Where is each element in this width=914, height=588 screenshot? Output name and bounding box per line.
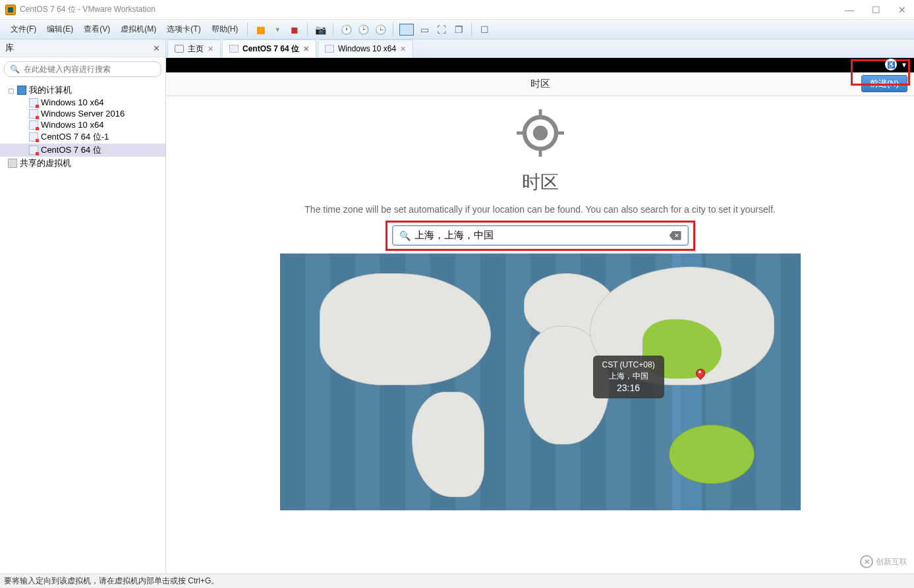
- menubar: 文件(F) 编辑(E) 查看(V) 虚拟机(M) 选项卡(T) 帮助(H) ▮▮…: [0, 20, 914, 40]
- watermark-text: 创新互联: [876, 556, 907, 568]
- timezone-heading: 时区: [522, 170, 559, 195]
- tree-shared-label: 共享的虚拟机: [20, 157, 71, 169]
- vm-icon: [29, 132, 38, 142]
- tab-close-icon[interactable]: ✕: [303, 45, 309, 53]
- window-titlebar: CentOS 7 64 位 - VMware Workstation — ☐ ✕: [0, 0, 914, 20]
- watermark-icon: ✕: [860, 555, 873, 568]
- menu-vm[interactable]: 虚拟机(M): [115, 24, 161, 35]
- snapshot-icon[interactable]: 📷: [314, 23, 327, 36]
- timezone-subtext: The time zone will be set automatically …: [304, 204, 775, 215]
- tree-vm-label: Windows Server 2016: [41, 109, 125, 119]
- vm-tabs: 主页 ✕ CentOS 7 64 位 ✕ Windows 10 x64 ✕: [166, 40, 914, 58]
- menu-view[interactable]: 查看(V): [78, 24, 115, 35]
- menu-file[interactable]: 文件(F): [5, 24, 42, 35]
- tree-vm-label: Windows 10 x64: [41, 120, 103, 130]
- fullscreen-icon[interactable]: ⛶: [435, 23, 448, 36]
- tab-centos-label: CentOS 7 64 位: [243, 43, 299, 55]
- installer-body: 时区 The time zone will be set automatical…: [166, 96, 914, 574]
- timezone-search[interactable]: 🔍 ✕: [392, 225, 689, 246]
- window-title: CentOS 7 64 位 - VMware Workstation: [20, 4, 156, 15]
- tree-vm-label: CentOS 7 64 位: [41, 144, 101, 156]
- world-map[interactable]: CST (UTC+08) 上海，中国 23:16: [280, 254, 801, 510]
- next-button-label: 前进(N): [870, 78, 899, 90]
- last-icon[interactable]: ☐: [478, 23, 491, 36]
- map-landmass: [412, 392, 484, 497]
- tree-vm-item[interactable]: Windows Server 2016: [0, 108, 165, 119]
- unity-icon[interactable]: ❐: [452, 23, 465, 36]
- menu-help[interactable]: 帮助(H): [206, 24, 244, 35]
- map-pin-icon: [696, 369, 704, 381]
- tab-centos[interactable]: CentOS 7 64 位 ✕: [222, 40, 316, 57]
- tooltip-time: 23:16: [602, 382, 655, 395]
- installer-header-title: 时区: [530, 78, 550, 90]
- svg-point-1: [532, 126, 547, 140]
- tree-shared-vms[interactable]: 共享的虚拟机: [0, 157, 165, 170]
- watermark: ✕ 创新互联: [860, 555, 907, 568]
- map-landmass: [320, 273, 491, 385]
- installer-header: 时区 前进(N): [166, 72, 914, 96]
- tree-vm-label: Windows 10 x64: [41, 97, 103, 107]
- tab-home[interactable]: 主页 ✕: [167, 40, 221, 57]
- clock3-icon[interactable]: 🕒: [374, 23, 387, 36]
- collapse-icon[interactable]: ▢: [8, 87, 14, 94]
- minimize-button[interactable]: —: [843, 5, 856, 15]
- view-mode1-icon[interactable]: [399, 24, 414, 36]
- vm-display[interactable]: ♿ ▼ 时区 前进(N): [166, 58, 914, 574]
- tooltip-location: 上海，中国: [602, 371, 655, 382]
- close-button[interactable]: ✕: [896, 5, 909, 15]
- stop-icon[interactable]: ◼: [288, 23, 301, 36]
- clock1-icon[interactable]: 🕐: [339, 23, 353, 36]
- dropdown-icon[interactable]: ▼: [271, 23, 284, 36]
- search-icon: 🔍: [399, 230, 411, 241]
- tab-windows[interactable]: Windows 10 x64 ✕: [318, 40, 413, 57]
- search-icon: 🔍: [10, 65, 20, 74]
- tree-root-label: 我的计算机: [29, 84, 72, 96]
- tree-vm-item[interactable]: Windows 10 x64: [0, 97, 165, 108]
- next-button[interactable]: 前进(N): [861, 75, 907, 92]
- tab-close-icon[interactable]: ✕: [208, 45, 214, 53]
- window-controls: — ☐ ✕: [843, 5, 909, 15]
- view-mode2-icon[interactable]: ▭: [418, 23, 431, 36]
- home-icon: [175, 45, 184, 53]
- accessibility-bar: ♿ ▼: [885, 58, 907, 71]
- timezone-tooltip: CST (UTC+08) 上海，中国 23:16: [593, 356, 664, 398]
- app-icon: [5, 5, 16, 15]
- dropdown-icon[interactable]: ▼: [901, 61, 907, 68]
- clear-input-icon[interactable]: ✕: [670, 231, 681, 240]
- tree-root-mycomputer[interactable]: ▢ 我的计算机: [0, 84, 165, 97]
- vm-icon: [29, 146, 38, 155]
- vm-icon: [29, 120, 38, 130]
- computer-icon: [17, 86, 26, 95]
- vm-icon: [229, 45, 239, 53]
- pause-icon[interactable]: ▮▮: [254, 23, 267, 36]
- vm-icon: [29, 98, 38, 107]
- content-area: 主页 ✕ CentOS 7 64 位 ✕ Windows 10 x64 ✕ ♿ …: [166, 40, 914, 574]
- vm-tree: ▢ 我的计算机 Windows 10 x64 Windows Server 20…: [0, 81, 165, 574]
- menu-tabs[interactable]: 选项卡(T): [161, 24, 206, 35]
- library-header: 库 ✕: [0, 40, 165, 57]
- timezone-search-input[interactable]: [414, 230, 670, 241]
- vm-icon: [29, 109, 38, 119]
- tab-home-label: 主页: [188, 43, 204, 55]
- tree-vm-item-selected[interactable]: CentOS 7 64 位: [0, 144, 165, 157]
- tree-vm-label: CentOS 7 64 位-1: [41, 131, 109, 143]
- statusbar: 要将输入定向到该虚拟机，请在虚拟机内部单击或按 Ctrl+G。: [0, 574, 914, 588]
- tab-close-icon[interactable]: ✕: [400, 45, 406, 53]
- tree-vm-item[interactable]: Windows 10 x64: [0, 119, 165, 130]
- tree-vm-item[interactable]: CentOS 7 64 位-1: [0, 130, 165, 144]
- menu-edit[interactable]: 编辑(E): [42, 24, 78, 35]
- tab-windows-label: Windows 10 x64: [338, 44, 396, 53]
- library-search[interactable]: 🔍: [4, 61, 161, 77]
- tooltip-timezone: CST (UTC+08): [602, 360, 655, 371]
- library-sidebar: 库 ✕ 🔍 ▢ 我的计算机 Windows 10 x64 Windows Ser…: [0, 40, 166, 574]
- guest-os-screen: 时区 前进(N): [166, 72, 914, 574]
- statusbar-text: 要将输入定向到该虚拟机，请在虚拟机内部单击或按 Ctrl+G。: [4, 575, 219, 587]
- close-panel-icon[interactable]: ✕: [153, 43, 160, 53]
- maximize-button[interactable]: ☐: [869, 5, 882, 15]
- shared-icon: [8, 159, 17, 168]
- library-search-input[interactable]: [22, 63, 156, 75]
- accessibility-icon[interactable]: ♿: [885, 59, 897, 70]
- library-header-label: 库: [5, 42, 14, 54]
- clock2-icon[interactable]: 🕑: [357, 23, 370, 36]
- vm-icon: [325, 45, 334, 53]
